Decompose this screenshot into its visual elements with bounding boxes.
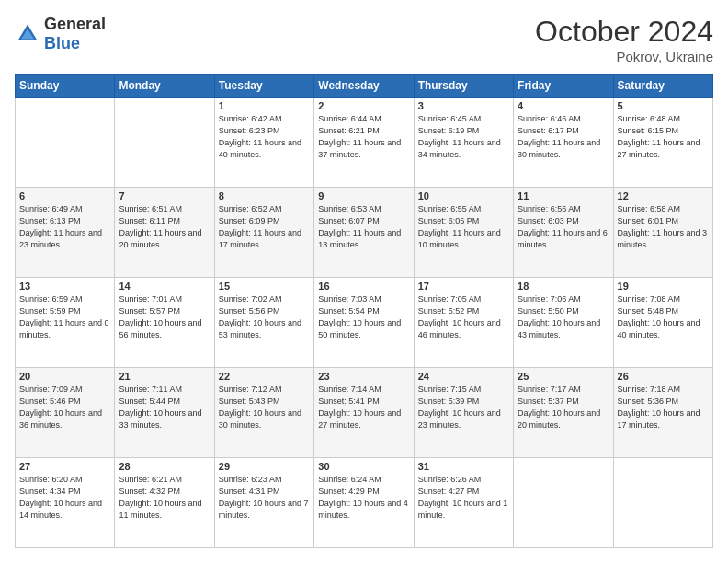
day-number: 23 xyxy=(318,371,409,382)
day-cell: 6Sunrise: 6:49 AM Sunset: 6:13 PM Daylig… xyxy=(16,188,115,278)
day-cell: 15Sunrise: 7:02 AM Sunset: 5:56 PM Dayli… xyxy=(214,278,313,368)
week-row-2: 13Sunrise: 6:59 AM Sunset: 5:59 PM Dayli… xyxy=(16,278,713,368)
cell-sun-info: Sunrise: 7:15 AM Sunset: 5:39 PM Dayligh… xyxy=(418,384,509,431)
cell-sun-info: Sunrise: 6:21 AM Sunset: 4:32 PM Dayligh… xyxy=(119,474,210,522)
day-number: 21 xyxy=(119,371,210,382)
day-cell: 31Sunrise: 6:26 AM Sunset: 4:27 PM Dayli… xyxy=(414,458,513,548)
cell-sun-info: Sunrise: 6:55 AM Sunset: 6:05 PM Dayligh… xyxy=(418,203,509,251)
day-cell: 21Sunrise: 7:11 AM Sunset: 5:44 PM Dayli… xyxy=(115,368,214,458)
cell-sun-info: Sunrise: 7:18 AM Sunset: 5:36 PM Dayligh… xyxy=(618,384,709,431)
logo-text: General Blue xyxy=(44,15,106,53)
day-number: 25 xyxy=(518,371,609,382)
day-cell: 26Sunrise: 7:18 AM Sunset: 5:36 PM Dayli… xyxy=(613,368,712,458)
location-title: Pokrov, Ukraine xyxy=(535,49,713,64)
day-cell: 13Sunrise: 6:59 AM Sunset: 5:59 PM Dayli… xyxy=(16,278,115,368)
day-number: 27 xyxy=(19,461,110,472)
col-header-monday: Monday xyxy=(115,75,214,98)
logo-general: General xyxy=(44,15,106,33)
day-cell: 2Sunrise: 6:44 AM Sunset: 6:21 PM Daylig… xyxy=(314,98,414,188)
day-cell: 3Sunrise: 6:45 AM Sunset: 6:19 PM Daylig… xyxy=(414,98,513,188)
cell-sun-info: Sunrise: 6:44 AM Sunset: 6:21 PM Dayligh… xyxy=(318,113,409,161)
day-cell: 4Sunrise: 6:46 AM Sunset: 6:17 PM Daylig… xyxy=(514,98,613,188)
week-row-0: 1Sunrise: 6:42 AM Sunset: 6:23 PM Daylig… xyxy=(16,98,713,188)
logo-icon xyxy=(15,21,40,47)
day-number: 17 xyxy=(418,281,509,292)
day-cell: 16Sunrise: 7:03 AM Sunset: 5:54 PM Dayli… xyxy=(314,278,414,368)
cell-sun-info: Sunrise: 6:46 AM Sunset: 6:17 PM Dayligh… xyxy=(518,113,609,161)
cell-sun-info: Sunrise: 6:59 AM Sunset: 5:59 PM Dayligh… xyxy=(19,293,110,341)
day-number: 2 xyxy=(318,100,409,111)
day-cell xyxy=(514,458,613,548)
day-cell: 30Sunrise: 6:24 AM Sunset: 4:29 PM Dayli… xyxy=(314,458,414,548)
week-row-3: 20Sunrise: 7:09 AM Sunset: 5:46 PM Dayli… xyxy=(16,368,713,458)
cell-sun-info: Sunrise: 6:58 AM Sunset: 6:01 PM Dayligh… xyxy=(618,203,709,251)
cell-sun-info: Sunrise: 6:51 AM Sunset: 6:11 PM Dayligh… xyxy=(119,203,210,251)
day-number: 19 xyxy=(618,281,709,292)
day-cell: 5Sunrise: 6:48 AM Sunset: 6:15 PM Daylig… xyxy=(613,98,712,188)
cell-sun-info: Sunrise: 6:26 AM Sunset: 4:27 PM Dayligh… xyxy=(418,474,509,522)
day-cell: 19Sunrise: 7:08 AM Sunset: 5:48 PM Dayli… xyxy=(613,278,712,368)
day-number: 14 xyxy=(119,281,210,292)
col-header-wednesday: Wednesday xyxy=(314,75,414,98)
col-header-friday: Friday xyxy=(514,75,613,98)
day-cell: 25Sunrise: 7:17 AM Sunset: 5:37 PM Dayli… xyxy=(514,368,613,458)
header: General Blue October 2024 Pokrov, Ukrain… xyxy=(15,15,713,64)
cell-sun-info: Sunrise: 7:09 AM Sunset: 5:46 PM Dayligh… xyxy=(19,384,110,431)
day-number: 26 xyxy=(618,371,709,382)
cell-sun-info: Sunrise: 6:45 AM Sunset: 6:19 PM Dayligh… xyxy=(418,113,509,161)
day-cell: 27Sunrise: 6:20 AM Sunset: 4:34 PM Dayli… xyxy=(16,458,115,548)
cell-sun-info: Sunrise: 6:52 AM Sunset: 6:09 PM Dayligh… xyxy=(219,203,310,251)
day-cell: 24Sunrise: 7:15 AM Sunset: 5:39 PM Dayli… xyxy=(414,368,513,458)
logo-blue: Blue xyxy=(44,34,80,52)
day-cell: 28Sunrise: 6:21 AM Sunset: 4:32 PM Dayli… xyxy=(115,458,214,548)
day-cell xyxy=(115,98,214,188)
day-cell: 11Sunrise: 6:56 AM Sunset: 6:03 PM Dayli… xyxy=(514,188,613,278)
day-number: 11 xyxy=(518,190,609,201)
col-header-sunday: Sunday xyxy=(16,75,115,98)
day-number: 1 xyxy=(219,100,310,111)
day-number: 28 xyxy=(119,461,210,472)
day-cell: 22Sunrise: 7:12 AM Sunset: 5:43 PM Dayli… xyxy=(214,368,313,458)
cell-sun-info: Sunrise: 7:08 AM Sunset: 5:48 PM Dayligh… xyxy=(618,293,709,341)
cell-sun-info: Sunrise: 6:48 AM Sunset: 6:15 PM Dayligh… xyxy=(618,113,709,161)
cell-sun-info: Sunrise: 7:14 AM Sunset: 5:41 PM Dayligh… xyxy=(318,384,409,431)
day-cell: 20Sunrise: 7:09 AM Sunset: 5:46 PM Dayli… xyxy=(16,368,115,458)
day-number: 5 xyxy=(618,100,709,111)
day-cell: 12Sunrise: 6:58 AM Sunset: 6:01 PM Dayli… xyxy=(613,188,712,278)
day-cell: 8Sunrise: 6:52 AM Sunset: 6:09 PM Daylig… xyxy=(214,188,313,278)
day-cell: 23Sunrise: 7:14 AM Sunset: 5:41 PM Dayli… xyxy=(314,368,414,458)
day-cell: 29Sunrise: 6:23 AM Sunset: 4:31 PM Dayli… xyxy=(214,458,313,548)
day-number: 6 xyxy=(19,190,110,201)
col-header-tuesday: Tuesday xyxy=(214,75,313,98)
cell-sun-info: Sunrise: 6:24 AM Sunset: 4:29 PM Dayligh… xyxy=(318,474,409,522)
day-number: 18 xyxy=(518,281,609,292)
month-title: October 2024 xyxy=(535,15,713,49)
col-header-saturday: Saturday xyxy=(613,75,712,98)
week-row-1: 6Sunrise: 6:49 AM Sunset: 6:13 PM Daylig… xyxy=(16,188,713,278)
title-block: October 2024 Pokrov, Ukraine xyxy=(535,15,713,64)
cell-sun-info: Sunrise: 6:49 AM Sunset: 6:13 PM Dayligh… xyxy=(19,203,110,251)
calendar-header-row: SundayMondayTuesdayWednesdayThursdayFrid… xyxy=(16,75,713,98)
day-number: 9 xyxy=(318,190,409,201)
calendar-table: SundayMondayTuesdayWednesdayThursdayFrid… xyxy=(15,74,713,548)
day-number: 29 xyxy=(219,461,310,472)
day-number: 13 xyxy=(19,281,110,292)
day-number: 10 xyxy=(418,190,509,201)
day-number: 24 xyxy=(418,371,509,382)
logo: General Blue xyxy=(15,15,106,53)
day-cell: 18Sunrise: 7:06 AM Sunset: 5:50 PM Dayli… xyxy=(514,278,613,368)
cell-sun-info: Sunrise: 7:03 AM Sunset: 5:54 PM Dayligh… xyxy=(318,293,409,341)
day-number: 12 xyxy=(618,190,709,201)
day-number: 16 xyxy=(318,281,409,292)
cell-sun-info: Sunrise: 7:17 AM Sunset: 5:37 PM Dayligh… xyxy=(518,384,609,431)
day-number: 22 xyxy=(219,371,310,382)
day-number: 30 xyxy=(318,461,409,472)
day-number: 8 xyxy=(219,190,310,201)
day-cell: 7Sunrise: 6:51 AM Sunset: 6:11 PM Daylig… xyxy=(115,188,214,278)
cell-sun-info: Sunrise: 7:06 AM Sunset: 5:50 PM Dayligh… xyxy=(518,293,609,341)
day-number: 3 xyxy=(418,100,509,111)
day-cell: 1Sunrise: 6:42 AM Sunset: 6:23 PM Daylig… xyxy=(214,98,313,188)
day-cell xyxy=(613,458,712,548)
cell-sun-info: Sunrise: 7:05 AM Sunset: 5:52 PM Dayligh… xyxy=(418,293,509,341)
cell-sun-info: Sunrise: 7:01 AM Sunset: 5:57 PM Dayligh… xyxy=(119,293,210,341)
